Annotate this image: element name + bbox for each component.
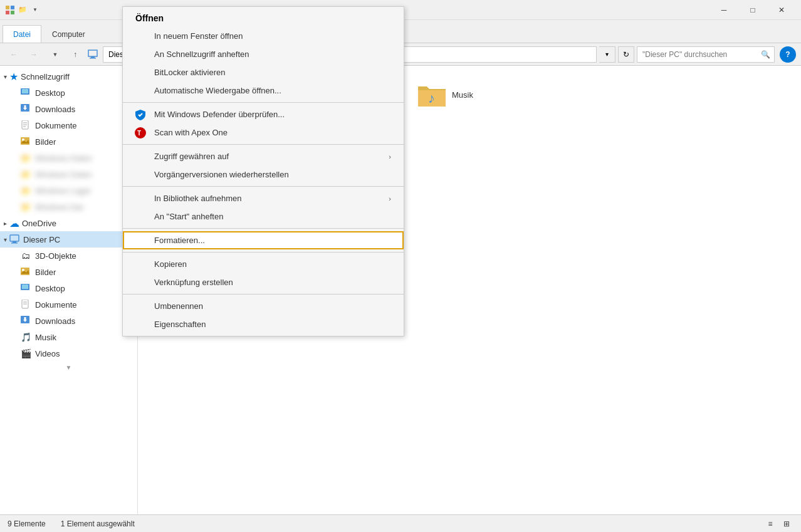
- help-button[interactable]: ?: [780, 46, 796, 63]
- context-menu-header: Öffnen: [123, 9, 404, 27]
- sidebar-item-3d-objekte[interactable]: 🗂 3D-Objekte: [13, 248, 137, 264]
- sidebar-item-desktop[interactable]: Desktop ›: [13, 85, 137, 101]
- folder-icon-title: 📁: [18, 5, 28, 15]
- forward-button[interactable]: →: [25, 46, 43, 63]
- svg-rect-20: [13, 241, 16, 243]
- ctx-apex-one[interactable]: T Scan with Apex One: [123, 123, 404, 142]
- sidebar-item-blurred3[interactable]: 📁 Windows Lager: [13, 182, 137, 199]
- sidebar-item-blurred4[interactable]: 📁 Windows Dat: [13, 199, 137, 215]
- musik-folder-icon: ♪: [417, 81, 447, 108]
- folder-item-musik[interactable]: ♪ Musik: [409, 76, 534, 113]
- sidebar-item-dokumente-sub[interactable]: Dokumente: [13, 296, 137, 313]
- schnellzugriff-label: Schnellzugriff: [21, 72, 70, 81]
- svg-rect-32: [24, 317, 26, 320]
- sidebar-schnellzugriff-children: Desktop › Downloads ›: [0, 85, 137, 215]
- arrow-icon-title: ▼: [30, 5, 40, 15]
- dokumente-icon: [20, 120, 31, 131]
- title-bar-actions: ─ □ ✕: [709, 0, 796, 20]
- shield-icon: [133, 107, 148, 122]
- ctx-properties[interactable]: Eigenschaften: [123, 315, 404, 333]
- svg-rect-5: [91, 56, 95, 58]
- context-menu: Öffnen In neuem Fenster öffnen An Schnel…: [122, 6, 404, 336]
- musik-folder-label: Musik: [452, 90, 473, 100]
- apex-icon: T: [133, 125, 148, 140]
- 3d-objekte-icon: 🗂: [20, 250, 31, 261]
- dokumente-sub-icon: [20, 299, 31, 310]
- sidebar-item-blurred1[interactable]: 📁 Windows Daten: [13, 150, 137, 166]
- ctx-shortcut[interactable]: Verknüpfung erstellen: [123, 273, 404, 291]
- ctx-bitlocker[interactable]: BitLocker aktivieren: [123, 63, 404, 81]
- pc-nav-icon: [86, 46, 100, 63]
- svg-rect-21: [11, 243, 18, 244]
- ctx-restore[interactable]: Vorgängerversionen wiederherstellen: [123, 165, 404, 184]
- desktop-icon: [20, 87, 31, 98]
- refresh-button[interactable]: ↻: [618, 46, 634, 63]
- sidebar-header-onedrive[interactable]: ▸ ☁ OneDrive: [0, 215, 137, 231]
- status-bar: 9 Elemente 1 Element ausgewählt ≡ ⊞: [0, 514, 801, 532]
- svg-rect-0: [6, 6, 9, 9]
- tab-datei[interactable]: Datei: [3, 25, 41, 43]
- ctx-autoplay[interactable]: Automatische Wiedergabe öffnen...: [123, 81, 404, 100]
- ctx-access[interactable]: Zugriff gewähren auf ›: [123, 147, 404, 165]
- ctx-separator-2: [123, 144, 404, 145]
- onedrive-label: OneDrive: [22, 219, 56, 228]
- ctx-defender[interactable]: Mit Windows Defender überprüfen...: [123, 105, 404, 123]
- sidebar-header-schnellzugriff[interactable]: ▾ ★ Schnellzugriff: [0, 68, 137, 85]
- back-button[interactable]: ←: [5, 46, 23, 63]
- library-arrow: ›: [389, 195, 391, 202]
- videos-icon: 🎬: [20, 348, 31, 359]
- desktop-sub-icon: [20, 283, 31, 294]
- sidebar-item-desktop-sub[interactable]: Desktop: [13, 280, 137, 296]
- ctx-pin-quick-access[interactable]: An Schnellzugriff anheften: [123, 45, 404, 63]
- dropdown-nav-button[interactable]: ▼: [46, 46, 64, 63]
- ctx-copy[interactable]: Kopieren: [123, 255, 404, 273]
- status-selected-count: 1 Element ausgewählt: [61, 519, 135, 528]
- app-icon: [5, 5, 15, 15]
- sidebar-header-dieser-pc[interactable]: ▾ Dieser PC: [0, 231, 137, 248]
- bilder-sub-icon: [20, 266, 31, 278]
- downloads-icon: [20, 103, 31, 115]
- up-button[interactable]: ↑: [66, 46, 84, 63]
- sidebar-dieser-pc-children: 🗂 3D-Objekte Bilder: [0, 248, 137, 362]
- view-list-button[interactable]: ≡: [763, 517, 777, 531]
- sidebar-item-videos[interactable]: 🎬 Videos: [13, 345, 137, 362]
- ctx-pin-start[interactable]: An "Start" anheften: [123, 207, 404, 226]
- schnellzugriff-icon: ★: [9, 71, 18, 83]
- status-right: ≡ ⊞: [763, 517, 793, 531]
- svg-text:♪: ♪: [428, 90, 435, 106]
- ctx-library[interactable]: In Bibliothek aufnehmen ›: [123, 189, 404, 207]
- svg-rect-26: [22, 284, 28, 289]
- sidebar-item-dokumente[interactable]: Dokumente ›: [13, 117, 137, 133]
- status-item-count: 9 Elemente: [8, 519, 46, 528]
- svg-rect-3: [11, 11, 14, 14]
- ctx-rename[interactable]: Umbenennen: [123, 297, 404, 315]
- view-grid-button[interactable]: ⊞: [780, 517, 793, 531]
- svg-rect-6: [90, 58, 96, 59]
- sidebar-item-downloads-sub[interactable]: Downloads: [13, 313, 137, 329]
- minimize-button[interactable]: ─: [709, 0, 738, 20]
- sidebar-item-musik[interactable]: 🎵 Musik: [13, 329, 137, 345]
- downloads-sub-icon: [20, 315, 31, 326]
- tab-computer[interactable]: Computer: [41, 25, 96, 43]
- svg-rect-11: [24, 105, 26, 108]
- svg-text:T: T: [137, 130, 141, 137]
- ctx-format[interactable]: Formatieren...: [123, 231, 404, 249]
- sidebar-item-bilder-sub[interactable]: Bilder: [13, 264, 137, 280]
- svg-rect-1: [11, 6, 14, 9]
- access-arrow: ›: [389, 153, 391, 160]
- close-button[interactable]: ✕: [767, 0, 796, 20]
- musik-icon: 🎵: [20, 331, 31, 343]
- ctx-separator-3: [123, 186, 404, 187]
- ctx-separator-4: [123, 228, 404, 229]
- search-input[interactable]: [637, 47, 757, 62]
- blurred-icon4: 📁: [20, 201, 31, 212]
- svg-rect-4: [88, 50, 97, 56]
- maximize-button[interactable]: □: [738, 0, 767, 20]
- title-bar-icons: 📁 ▼: [5, 5, 40, 15]
- sidebar-item-blurred2[interactable]: 📁 Windows Daten: [13, 166, 137, 182]
- address-dropdown-btn[interactable]: ▾: [599, 46, 615, 63]
- svg-rect-19: [10, 235, 19, 241]
- ctx-open-new-window[interactable]: In neuem Fenster öffnen: [123, 27, 404, 45]
- sidebar-item-bilder[interactable]: Bilder ›: [13, 133, 137, 150]
- sidebar-item-downloads[interactable]: Downloads ›: [13, 101, 137, 117]
